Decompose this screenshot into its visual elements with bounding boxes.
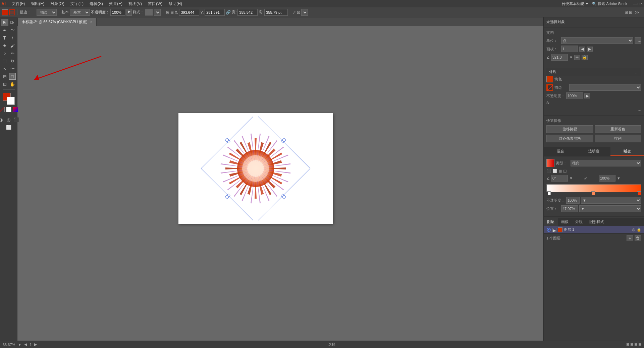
opacity-expand-btn[interactable]: ▶ xyxy=(584,93,590,98)
art-mode[interactable]: ◎ xyxy=(5,116,12,123)
prev-page[interactable]: ◀ xyxy=(24,342,27,347)
zoom-dropdown[interactable]: ▼ xyxy=(18,343,21,347)
edit-artboard-btn[interactable]: ✏ xyxy=(574,55,580,60)
menu-object[interactable]: 对象(O) xyxy=(48,0,67,7)
menu-help[interactable]: 帮助(H) xyxy=(166,0,185,7)
gradient-type-select[interactable]: 径向 xyxy=(571,160,641,166)
canvas-area[interactable] xyxy=(17,26,543,341)
brush-tool[interactable]: 🖌 xyxy=(9,42,16,49)
white-color[interactable] xyxy=(6,107,11,112)
layer-expand-arrow[interactable]: ▶ xyxy=(552,228,556,232)
y-value[interactable]: 281.591 xyxy=(205,9,225,16)
tab-close-btn[interactable]: × xyxy=(90,20,92,24)
opacity-expand[interactable]: ▶ xyxy=(126,9,132,16)
star-tool[interactable]: ★ xyxy=(1,42,8,49)
stroke-dropdown[interactable]: 描边 xyxy=(37,9,57,16)
artboard-input[interactable]: 1 xyxy=(561,46,578,52)
curvature-tool[interactable]: 〜 xyxy=(9,26,16,34)
pencil-tool[interactable]: ✏ xyxy=(9,50,16,57)
type-tool[interactable]: T xyxy=(1,34,8,42)
menu-text[interactable]: 文字(T) xyxy=(68,0,86,7)
next-page[interactable]: ▶ xyxy=(34,342,37,347)
arrange-btn[interactable]: 排列 xyxy=(595,135,642,142)
artboard-tool[interactable]: ⬜ xyxy=(5,124,12,131)
slice-tool[interactable]: ⊡ xyxy=(1,80,8,88)
gradient-bar[interactable] xyxy=(546,184,641,192)
pixel-mode[interactable]: ⬛ xyxy=(13,116,20,123)
layer-lock[interactable]: 🔒 xyxy=(637,227,641,232)
more-appearance-icon[interactable]: … xyxy=(635,70,639,74)
opacity-stop-input[interactable]: 47.07% xyxy=(566,197,580,204)
recolor-btn[interactable]: 重新着色 xyxy=(595,125,642,133)
artboard-tab[interactable]: 画板 xyxy=(558,218,572,226)
scale-tool[interactable]: ⤡ xyxy=(1,65,8,72)
line-tool[interactable]: / xyxy=(9,34,16,42)
style-swatch[interactable] xyxy=(145,9,153,16)
pen-tool[interactable]: ✒ xyxy=(1,26,8,34)
appearance-tab[interactable]: 外观 xyxy=(572,218,586,226)
rectangle-tool[interactable]: □ xyxy=(9,73,16,80)
appearance-header[interactable]: 外观 … xyxy=(546,68,641,76)
fill-swatch[interactable] xyxy=(546,76,553,82)
background-color[interactable] xyxy=(7,97,15,105)
gradient-preview-swatch[interactable] xyxy=(546,159,554,167)
new-layer-btn[interactable]: + xyxy=(627,235,633,241)
gradient-angle-dropdown[interactable]: ▼ xyxy=(569,176,583,180)
close-btn[interactable]: × xyxy=(641,2,643,6)
tab-gradient[interactable]: 断变 xyxy=(610,147,644,156)
layers-tab[interactable]: 图层 xyxy=(544,218,558,226)
menu-window[interactable]: 窗口(W) xyxy=(145,0,165,7)
selection-tool[interactable] xyxy=(1,19,8,26)
opacity-appearance-input[interactable]: 100% xyxy=(566,92,583,99)
angle-dropdown[interactable]: ▼ xyxy=(569,55,573,59)
opacity-stop-dropdown[interactable]: ▼ xyxy=(581,197,641,204)
more-appearance-btn[interactable]: … xyxy=(638,108,641,112)
graph-tool[interactable]: ⊞ xyxy=(1,73,8,80)
menu-effect[interactable]: 效果(E) xyxy=(106,0,125,7)
layer-visibility-icon[interactable] xyxy=(546,227,551,232)
h-value[interactable] xyxy=(264,9,288,16)
menu-file[interactable]: 文件(F) xyxy=(9,0,28,7)
gradient-stop-mid[interactable] xyxy=(591,191,595,195)
offset-path-btn[interactable]: 位移路径 xyxy=(546,125,593,133)
more-options-btn[interactable]: … xyxy=(635,37,641,44)
w-value[interactable]: 355.542 xyxy=(237,9,258,16)
gradient-angle-input[interactable]: 0° xyxy=(551,175,568,182)
more-dropdown[interactable]: ▼ xyxy=(301,9,308,16)
top-search[interactable]: 传统基本功能 ▼ xyxy=(562,1,589,6)
fill-color-box[interactable] xyxy=(2,9,8,15)
stroke-weight-select[interactable]: — xyxy=(569,84,641,91)
maximize-btn[interactable]: □ xyxy=(638,2,640,6)
position-input[interactable]: 47.07% xyxy=(561,205,578,212)
gradient-stop-right[interactable] xyxy=(637,191,641,195)
rotate-tool[interactable]: ↻ xyxy=(9,57,16,65)
eraser-tool[interactable]: ⬚ xyxy=(1,57,8,65)
gradient-stop-left[interactable] xyxy=(547,191,551,195)
menu-select[interactable]: 选择(S) xyxy=(87,0,106,7)
direct-selection-tool[interactable] xyxy=(9,19,16,26)
layer-name[interactable]: 图层 1 xyxy=(564,227,631,232)
style-dropdown[interactable]: ▼ xyxy=(154,9,161,16)
hand-tool[interactable]: ✋ xyxy=(9,80,16,88)
tab-blend[interactable]: 混合 xyxy=(544,147,577,156)
angle-input[interactable] xyxy=(551,54,568,61)
delete-layer-btn[interactable]: 🗑 xyxy=(635,235,641,241)
tab-opacity-panel[interactable]: 透明度 xyxy=(577,147,611,156)
blend-dropdown[interactable]: 基本 xyxy=(70,9,90,16)
x-value[interactable]: 393.644 xyxy=(179,9,199,16)
unit-select[interactable]: 点 xyxy=(561,37,633,44)
none-color[interactable] xyxy=(0,107,5,112)
next-artboard[interactable]: ▶ xyxy=(587,47,593,52)
reflect-mode[interactable]: ◑ xyxy=(0,116,5,123)
align-pixel-btn[interactable]: 对齐像素网格 xyxy=(546,135,593,142)
graphic-styles-tab[interactable]: 图形样式 xyxy=(586,218,607,226)
document-tab[interactable]: 未标题-2* @ 66.67% (CMYK/GPU 预览) × xyxy=(17,18,97,26)
minimize-btn[interactable]: — xyxy=(633,2,637,6)
position-dropdown[interactable]: ▼ xyxy=(579,205,641,212)
gradient-scale-input[interactable]: 100% xyxy=(599,175,615,182)
lock-artboard-btn[interactable]: 🔒 xyxy=(582,55,588,60)
menu-view[interactable]: 视图(V) xyxy=(126,0,145,7)
opacity-input[interactable]: 100% xyxy=(110,9,125,16)
blob-brush-tool[interactable]: ○ xyxy=(1,50,8,57)
stroke-color-box[interactable] xyxy=(9,9,15,15)
